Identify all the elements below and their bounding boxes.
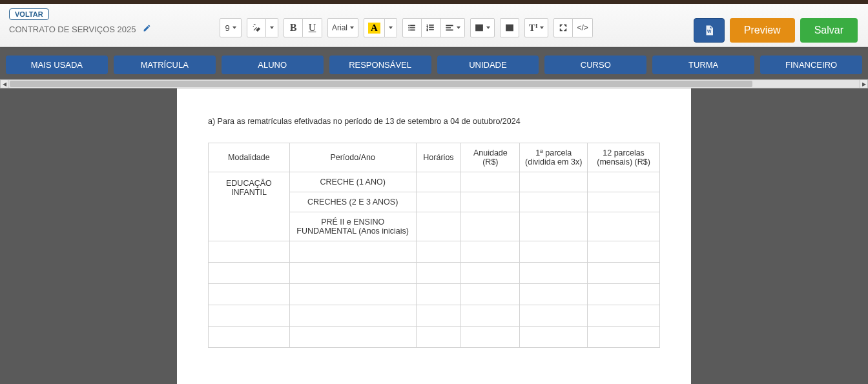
- table-row[interactable]: [209, 241, 660, 263]
- category-tabs: MAIS USADA MATRÍCULA ALUNO RESPONSÁVEL U…: [0, 47, 868, 74]
- tab-turma[interactable]: TURMA: [652, 56, 754, 74]
- table-row[interactable]: [209, 305, 660, 327]
- svg-rect-1: [411, 25, 415, 26]
- cell-periodo[interactable]: CRECHES (2 E 3 ANOS): [289, 192, 416, 212]
- svg-rect-14: [446, 30, 453, 30]
- cell-empty[interactable]: [588, 192, 660, 212]
- fontsize-dropdown[interactable]: 9: [220, 18, 242, 37]
- cell-empty[interactable]: [461, 192, 520, 212]
- svg-rect-9: [429, 27, 434, 28]
- cell-empty[interactable]: [461, 172, 520, 192]
- tab-responsavel[interactable]: RESPONSÁVEL: [329, 56, 431, 74]
- tab-unidade[interactable]: UNIDADE: [437, 56, 539, 74]
- scroll-right-arrow[interactable]: ▶: [860, 80, 867, 88]
- table-header-row: Modalidade Período/Ano Horários Anuidade…: [209, 143, 660, 172]
- svg-rect-11: [429, 29, 434, 30]
- edit-title-icon[interactable]: [143, 24, 151, 34]
- cell-empty[interactable]: [520, 172, 588, 192]
- contract-table[interactable]: Modalidade Período/Ano Horários Anuidade…: [208, 143, 660, 348]
- magic-style-button[interactable]: [247, 18, 266, 37]
- svg-text:3: 3: [427, 28, 429, 32]
- cell-empty[interactable]: [461, 212, 520, 241]
- magic-style-caret[interactable]: [266, 18, 278, 37]
- tab-curso[interactable]: CURSO: [544, 56, 646, 74]
- th-horarios: Horários: [416, 143, 461, 172]
- cell-empty[interactable]: [416, 192, 461, 212]
- fullscreen-button[interactable]: [553, 18, 573, 37]
- caret-icon: [232, 26, 236, 29]
- svg-rect-7: [429, 25, 434, 25]
- table-row[interactable]: [209, 263, 660, 284]
- tab-financeiro[interactable]: FINANCEIRO: [760, 56, 862, 74]
- document-page[interactable]: a) Para as rematrículas efetivadas no pe…: [177, 88, 691, 384]
- th-periodo: Período/Ano: [289, 143, 416, 172]
- th-anuidade: Anuidade (R$): [461, 143, 520, 172]
- ordered-list-button[interactable]: 123: [422, 18, 441, 37]
- underline-button[interactable]: U: [303, 18, 322, 37]
- caret-icon: [270, 26, 274, 29]
- svg-text:W: W: [707, 29, 712, 34]
- svg-point-0: [408, 25, 409, 26]
- code-icon: </>: [577, 23, 588, 32]
- cell-empty[interactable]: [416, 172, 461, 192]
- caret-icon: [540, 26, 544, 29]
- cell-modalidade[interactable]: EDUCAÇÃO INFANTIL: [209, 172, 290, 241]
- caret-icon: [350, 26, 354, 29]
- scroll-thumb[interactable]: [10, 81, 752, 87]
- cell-periodo[interactable]: PRÉ II e ENSINO FUNDAMENTAL (Anos inicia…: [289, 212, 416, 241]
- cell-empty[interactable]: [520, 212, 588, 241]
- caret-icon: [457, 26, 460, 29]
- cell-empty[interactable]: [588, 172, 660, 192]
- bold-icon: B: [290, 22, 297, 34]
- highlight-caret[interactable]: [385, 18, 397, 37]
- tab-aluno[interactable]: ALUNO: [222, 56, 324, 74]
- th-doze-parcelas: 12 parcelas (mensais) (R$): [588, 143, 660, 172]
- cell-empty[interactable]: [416, 212, 461, 241]
- cell-empty[interactable]: [520, 192, 588, 212]
- th-primeira-parcela: 1ª parcela (dividida em 3x): [520, 143, 588, 172]
- cell-empty[interactable]: [588, 212, 660, 241]
- underline-icon: U: [309, 22, 316, 34]
- unordered-list-button[interactable]: [402, 18, 422, 37]
- text-height-dropdown[interactable]: TI: [524, 18, 549, 37]
- table-row[interactable]: [209, 327, 660, 348]
- back-button[interactable]: VOLTAR: [9, 8, 49, 20]
- highlight-icon: A: [368, 23, 380, 34]
- caret-icon: [486, 26, 490, 29]
- table-dropdown[interactable]: [470, 18, 495, 37]
- document-title: CONTRATO DE SERVIÇOS 2025: [9, 25, 136, 34]
- document-paragraph[interactable]: a) Para as rematrículas efetivadas no pe…: [208, 117, 660, 126]
- svg-point-2: [408, 27, 409, 28]
- svg-rect-12: [446, 25, 453, 26]
- save-button[interactable]: Salvar: [800, 18, 858, 43]
- bold-button[interactable]: B: [284, 18, 303, 37]
- editor-toolbar: 9 B U Arial A: [220, 4, 593, 37]
- table-row[interactable]: [209, 284, 660, 305]
- word-icon: W: [703, 25, 715, 36]
- fontsize-value: 9: [225, 23, 229, 33]
- cell-periodo[interactable]: CRECHE (1 ANO): [289, 172, 416, 192]
- svg-rect-3: [411, 27, 415, 28]
- th-modalidade: Modalidade: [209, 143, 290, 172]
- paragraph-text: a) Para as rematrículas efetivadas no pe…: [208, 117, 521, 126]
- svg-rect-5: [411, 30, 415, 30]
- document-area: a) Para as rematrículas efetivadas no pe…: [0, 88, 868, 384]
- scroll-left-arrow[interactable]: ◀: [1, 80, 8, 88]
- header-toolbar: VOLTAR CONTRATO DE SERVIÇOS 2025 9 B U: [0, 4, 868, 47]
- image-button[interactable]: [500, 18, 519, 37]
- text-height-icon: TI: [529, 23, 538, 34]
- svg-rect-13: [446, 27, 451, 28]
- caret-icon: [389, 26, 393, 29]
- fontname-dropdown[interactable]: Arial: [327, 18, 358, 37]
- preview-button[interactable]: Preview: [730, 18, 795, 43]
- export-word-button[interactable]: W: [694, 18, 725, 43]
- tab-matricula[interactable]: MATRÍCULA: [114, 56, 216, 74]
- fontname-value: Arial: [332, 23, 347, 32]
- tab-mais-usada[interactable]: MAIS USADA: [6, 56, 108, 74]
- table-row[interactable]: EDUCAÇÃO INFANTIL CRECHE (1 ANO): [209, 172, 660, 192]
- highlight-button[interactable]: A: [364, 18, 385, 37]
- horizontal-scrollbar[interactable]: ◀ ▶: [0, 79, 868, 88]
- align-dropdown[interactable]: [441, 18, 465, 37]
- code-view-button[interactable]: </>: [573, 18, 592, 37]
- svg-point-4: [408, 30, 409, 31]
